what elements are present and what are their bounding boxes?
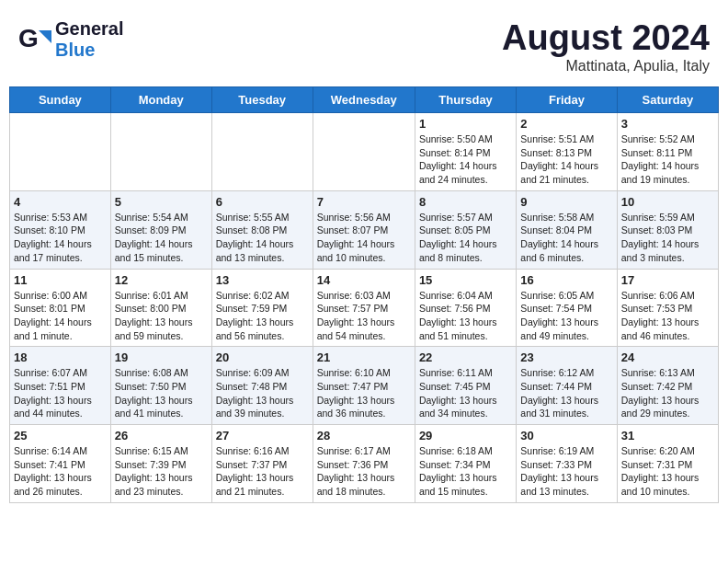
calendar-cell: 29Sunrise: 6:18 AM Sunset: 7:34 PM Dayli…: [415, 425, 516, 503]
calendar-cell: 30Sunrise: 6:19 AM Sunset: 7:33 PM Dayli…: [517, 425, 617, 503]
calendar-week-4: 18Sunrise: 6:07 AM Sunset: 7:51 PM Dayli…: [10, 347, 719, 425]
day-number: 4: [14, 195, 107, 209]
logo-general: General: [55, 18, 123, 39]
day-number: 15: [419, 273, 512, 287]
cell-content: Sunrise: 5:57 AM Sunset: 8:05 PM Dayligh…: [419, 211, 512, 265]
cell-content: Sunrise: 6:15 AM Sunset: 7:39 PM Dayligh…: [115, 444, 208, 499]
cell-content: Sunrise: 5:54 AM Sunset: 8:09 PM Dayligh…: [115, 211, 208, 265]
day-number: 11: [14, 273, 107, 287]
cell-content: Sunrise: 6:05 AM Sunset: 7:54 PM Dayligh…: [520, 289, 612, 343]
calendar-cell: 1Sunrise: 5:50 AM Sunset: 8:14 PM Daylig…: [415, 113, 516, 191]
calendar-cell: 27Sunrise: 6:16 AM Sunset: 7:37 PM Dayli…: [211, 425, 313, 503]
calendar-cell: 20Sunrise: 6:09 AM Sunset: 7:48 PM Dayli…: [211, 347, 313, 425]
calendar-cell: 28Sunrise: 6:17 AM Sunset: 7:36 PM Dayli…: [313, 425, 415, 503]
calendar-week-5: 25Sunrise: 6:14 AM Sunset: 7:41 PM Dayli…: [10, 425, 719, 503]
calendar-cell: 8Sunrise: 5:57 AM Sunset: 8:05 PM Daylig…: [415, 190, 516, 269]
calendar-cell: [10, 113, 111, 191]
cell-content: Sunrise: 5:52 AM Sunset: 8:11 PM Dayligh…: [621, 132, 714, 187]
calendar-cell: 9Sunrise: 5:58 AM Sunset: 8:04 PM Daylig…: [517, 190, 617, 269]
cell-content: Sunrise: 6:04 AM Sunset: 7:56 PM Dayligh…: [419, 289, 512, 343]
calendar-cell: 21Sunrise: 6:10 AM Sunset: 7:47 PM Dayli…: [313, 347, 415, 425]
main-title: August 2024: [502, 18, 710, 58]
calendar-cell: 25Sunrise: 6:14 AM Sunset: 7:41 PM Dayli…: [10, 425, 111, 503]
day-header-thursday: Thursday: [415, 87, 516, 113]
day-number: 22: [419, 350, 512, 364]
day-number: 31: [621, 429, 714, 442]
day-header-monday: Monday: [110, 87, 211, 113]
day-number: 16: [520, 273, 612, 287]
cell-content: Sunrise: 6:07 AM Sunset: 7:51 PM Dayligh…: [14, 366, 107, 420]
cell-content: Sunrise: 5:58 AM Sunset: 8:04 PM Dayligh…: [520, 211, 612, 265]
day-number: 12: [115, 273, 208, 287]
cell-content: Sunrise: 5:53 AM Sunset: 8:10 PM Dayligh…: [14, 211, 107, 265]
calendar-cell: 14Sunrise: 6:03 AM Sunset: 7:57 PM Dayli…: [313, 269, 415, 347]
calendar-cell: [313, 113, 415, 191]
calendar-cell: 17Sunrise: 6:06 AM Sunset: 7:53 PM Dayli…: [617, 269, 718, 347]
day-number: 7: [317, 195, 411, 209]
logo-blue: Blue: [55, 40, 95, 60]
cell-content: Sunrise: 5:56 AM Sunset: 8:07 PM Dayligh…: [317, 211, 411, 265]
calendar-table: SundayMondayTuesdayWednesdayThursdayFrid…: [9, 86, 719, 503]
title-block: August 2024 Mattinata, Apulia, Italy: [502, 18, 710, 75]
day-number: 18: [14, 350, 107, 364]
calendar-week-1: 1Sunrise: 5:50 AM Sunset: 8:14 PM Daylig…: [10, 113, 719, 191]
calendar-week-2: 4Sunrise: 5:53 AM Sunset: 8:10 PM Daylig…: [10, 190, 719, 269]
day-number: 30: [520, 429, 612, 442]
cell-content: Sunrise: 6:03 AM Sunset: 7:57 PM Dayligh…: [317, 289, 411, 343]
calendar-cell: 31Sunrise: 6:20 AM Sunset: 7:31 PM Dayli…: [617, 425, 718, 503]
calendar-header-row: SundayMondayTuesdayWednesdayThursdayFrid…: [10, 87, 719, 113]
day-number: 5: [115, 195, 208, 209]
day-number: 14: [317, 273, 411, 287]
cell-content: Sunrise: 6:02 AM Sunset: 7:59 PM Dayligh…: [216, 289, 309, 343]
cell-content: Sunrise: 5:55 AM Sunset: 8:08 PM Dayligh…: [216, 211, 309, 265]
calendar-cell: 19Sunrise: 6:08 AM Sunset: 7:50 PM Dayli…: [110, 347, 211, 425]
page-header: G General Blue August 2024 Mattinata, Ap…: [9, 9, 719, 79]
calendar-cell: 24Sunrise: 6:13 AM Sunset: 7:42 PM Dayli…: [617, 347, 718, 425]
day-number: 24: [621, 350, 714, 364]
day-number: 6: [216, 195, 309, 209]
day-number: 19: [115, 350, 208, 364]
calendar-cell: [110, 113, 211, 191]
cell-content: Sunrise: 6:01 AM Sunset: 8:00 PM Dayligh…: [115, 289, 208, 343]
calendar-cell: 22Sunrise: 6:11 AM Sunset: 7:45 PM Dayli…: [415, 347, 516, 425]
day-number: 3: [621, 117, 714, 131]
day-number: 9: [520, 195, 612, 209]
cell-content: Sunrise: 6:11 AM Sunset: 7:45 PM Dayligh…: [419, 366, 512, 420]
logo: G General Blue: [18, 18, 123, 61]
day-number: 13: [216, 273, 309, 287]
day-header-friday: Friday: [517, 87, 617, 113]
calendar-week-3: 11Sunrise: 6:00 AM Sunset: 8:01 PM Dayli…: [10, 269, 719, 347]
calendar-cell: 4Sunrise: 5:53 AM Sunset: 8:10 PM Daylig…: [10, 190, 111, 269]
logo-icon: G: [18, 23, 51, 56]
calendar-cell: 6Sunrise: 5:55 AM Sunset: 8:08 PM Daylig…: [211, 190, 313, 269]
day-number: 29: [419, 429, 512, 442]
day-header-saturday: Saturday: [617, 87, 718, 113]
calendar-cell: 2Sunrise: 5:51 AM Sunset: 8:13 PM Daylig…: [517, 113, 617, 191]
day-number: 21: [317, 350, 411, 364]
cell-content: Sunrise: 6:12 AM Sunset: 7:44 PM Dayligh…: [520, 366, 612, 420]
day-header-sunday: Sunday: [10, 87, 111, 113]
cell-content: Sunrise: 6:13 AM Sunset: 7:42 PM Dayligh…: [621, 366, 714, 420]
svg-marker-1: [39, 30, 51, 43]
cell-content: Sunrise: 6:06 AM Sunset: 7:53 PM Dayligh…: [621, 289, 714, 343]
day-number: 28: [317, 429, 411, 442]
cell-content: Sunrise: 6:20 AM Sunset: 7:31 PM Dayligh…: [621, 444, 714, 499]
calendar-cell: 10Sunrise: 5:59 AM Sunset: 8:03 PM Dayli…: [617, 190, 718, 269]
cell-content: Sunrise: 6:00 AM Sunset: 8:01 PM Dayligh…: [14, 289, 107, 343]
day-number: 2: [520, 117, 612, 131]
day-number: 25: [14, 429, 107, 442]
cell-content: Sunrise: 6:16 AM Sunset: 7:37 PM Dayligh…: [216, 444, 309, 499]
day-number: 20: [216, 350, 309, 364]
calendar-cell: 12Sunrise: 6:01 AM Sunset: 8:00 PM Dayli…: [110, 269, 211, 347]
cell-content: Sunrise: 6:17 AM Sunset: 7:36 PM Dayligh…: [317, 444, 411, 499]
calendar-cell: 16Sunrise: 6:05 AM Sunset: 7:54 PM Dayli…: [517, 269, 617, 347]
day-header-wednesday: Wednesday: [313, 87, 415, 113]
day-number: 10: [621, 195, 714, 209]
svg-text:G: G: [18, 24, 39, 52]
calendar-cell: 5Sunrise: 5:54 AM Sunset: 8:09 PM Daylig…: [110, 190, 211, 269]
cell-content: Sunrise: 6:19 AM Sunset: 7:33 PM Dayligh…: [520, 444, 612, 499]
calendar-cell: 15Sunrise: 6:04 AM Sunset: 7:56 PM Dayli…: [415, 269, 516, 347]
day-number: 27: [216, 429, 309, 442]
calendar-cell: 11Sunrise: 6:00 AM Sunset: 8:01 PM Dayli…: [10, 269, 111, 347]
calendar-cell: 7Sunrise: 5:56 AM Sunset: 8:07 PM Daylig…: [313, 190, 415, 269]
